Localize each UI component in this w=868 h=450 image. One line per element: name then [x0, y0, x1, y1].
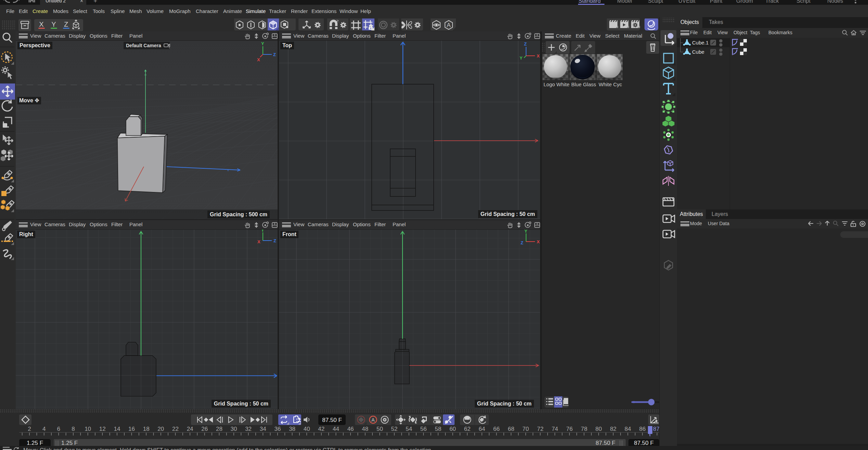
- svg-text:80: 80: [596, 426, 602, 432]
- svg-text:44: 44: [333, 426, 339, 432]
- svg-text:2: 2: [28, 426, 31, 432]
- svg-text:X: X: [257, 57, 260, 62]
- svg-text:X: X: [537, 53, 540, 59]
- svg-text:A: A: [447, 22, 451, 28]
- svg-text:48: 48: [362, 426, 368, 432]
- svg-text:14: 14: [114, 426, 120, 432]
- svg-text:X: X: [39, 21, 43, 28]
- svg-text:A: A: [371, 417, 375, 423]
- svg-text:Y: Y: [51, 21, 56, 28]
- svg-text:86: 86: [639, 426, 646, 432]
- svg-text:10: 10: [85, 426, 91, 432]
- svg-text:Z: Z: [521, 240, 523, 245]
- svg-text:Y: Y: [261, 230, 264, 233]
- svg-text:Y: Y: [524, 230, 527, 234]
- svg-text:26: 26: [201, 426, 208, 432]
- svg-text:40: 40: [304, 426, 310, 432]
- svg-text:16: 16: [128, 426, 135, 432]
- svg-text:87.50 F: 87.50 F: [322, 417, 342, 423]
- svg-text:18: 18: [143, 426, 150, 432]
- svg-text:8: 8: [72, 426, 75, 432]
- svg-text:Y: Y: [261, 41, 264, 46]
- svg-text:32: 32: [245, 426, 252, 432]
- svg-text:20: 20: [157, 426, 164, 432]
- svg-text:4: 4: [42, 426, 46, 432]
- svg-text:34: 34: [260, 426, 266, 432]
- svg-text:24: 24: [187, 426, 193, 432]
- svg-text:58: 58: [435, 426, 442, 432]
- svg-text:70: 70: [522, 426, 529, 432]
- svg-text:54: 54: [406, 426, 412, 432]
- svg-text:60: 60: [449, 426, 456, 432]
- svg-text:68: 68: [508, 426, 514, 432]
- svg-text:82: 82: [610, 426, 616, 432]
- svg-text:22: 22: [172, 426, 179, 432]
- svg-text:38: 38: [289, 426, 295, 432]
- svg-text:6: 6: [57, 426, 60, 432]
- svg-text:72: 72: [537, 426, 544, 432]
- svg-text:87.5: 87.5: [653, 426, 659, 432]
- svg-text:74: 74: [552, 426, 558, 432]
- svg-text:42: 42: [318, 426, 324, 432]
- svg-text:84: 84: [625, 426, 631, 432]
- svg-text:52: 52: [391, 426, 398, 432]
- svg-text:56: 56: [420, 426, 427, 432]
- svg-text:64: 64: [478, 426, 485, 432]
- svg-text:Z: Z: [273, 238, 276, 243]
- svg-text:Z: Z: [64, 21, 68, 28]
- svg-text:76: 76: [566, 426, 573, 432]
- svg-text:30: 30: [231, 426, 237, 432]
- svg-text:36: 36: [274, 426, 281, 432]
- svg-text:62: 62: [464, 426, 471, 432]
- svg-text:Y: Y: [520, 55, 523, 61]
- svg-text:X: X: [537, 239, 540, 244]
- svg-text:X: X: [257, 239, 260, 244]
- svg-text:66: 66: [493, 426, 500, 432]
- svg-text:46: 46: [347, 426, 354, 432]
- svg-text:Z: Z: [273, 52, 276, 57]
- svg-text:50: 50: [376, 426, 383, 432]
- svg-text:12: 12: [99, 426, 106, 432]
- svg-text:78: 78: [581, 426, 587, 432]
- svg-text:Z: Z: [524, 41, 527, 47]
- svg-text:28: 28: [216, 426, 222, 432]
